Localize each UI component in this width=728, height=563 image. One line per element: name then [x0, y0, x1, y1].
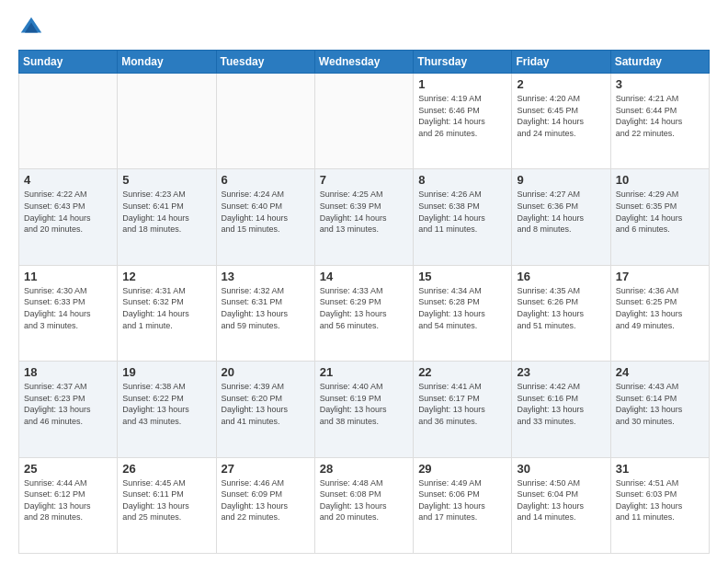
calendar-cell: 18Sunrise: 4:37 AM Sunset: 6:23 PM Dayli…: [19, 362, 118, 457]
calendar-cell: 15Sunrise: 4:34 AM Sunset: 6:28 PM Dayli…: [414, 265, 512, 361]
calendar-cell: 7Sunrise: 4:25 AM Sunset: 6:39 PM Daylig…: [314, 169, 413, 265]
day-info: Sunrise: 4:20 AM Sunset: 6:45 PM Dayligh…: [517, 93, 605, 139]
day-info: Sunrise: 4:51 AM Sunset: 6:03 PM Dayligh…: [616, 477, 704, 523]
day-number: 26: [122, 462, 210, 476]
day-info: Sunrise: 4:32 AM Sunset: 6:31 PM Dayligh…: [222, 285, 310, 331]
day-number: 3: [616, 77, 704, 91]
calendar-cell: 14Sunrise: 4:33 AM Sunset: 6:29 PM Dayli…: [314, 265, 413, 361]
calendar-cell: 2Sunrise: 4:20 AM Sunset: 6:45 PM Daylig…: [512, 74, 610, 169]
day-number: 23: [517, 365, 605, 379]
day-info: Sunrise: 4:48 AM Sunset: 6:08 PM Dayligh…: [320, 477, 408, 523]
day-number: 28: [320, 462, 408, 476]
day-number: 11: [24, 270, 112, 283]
day-number: 1: [418, 77, 506, 91]
day-info: Sunrise: 4:49 AM Sunset: 6:06 PM Dayligh…: [418, 477, 506, 523]
day-info: Sunrise: 4:38 AM Sunset: 6:22 PM Dayligh…: [122, 381, 210, 427]
calendar-cell: 1Sunrise: 4:19 AM Sunset: 6:46 PM Daylig…: [414, 74, 512, 169]
day-info: Sunrise: 4:31 AM Sunset: 6:32 PM Dayligh…: [122, 285, 210, 331]
calendar-cell: 29Sunrise: 4:49 AM Sunset: 6:06 PM Dayli…: [414, 457, 512, 553]
day-info: Sunrise: 4:22 AM Sunset: 6:43 PM Dayligh…: [24, 189, 112, 235]
calendar-cell: 28Sunrise: 4:48 AM Sunset: 6:08 PM Dayli…: [314, 457, 413, 553]
calendar-cell: 8Sunrise: 4:26 AM Sunset: 6:38 PM Daylig…: [414, 169, 512, 265]
calendar-cell: [216, 74, 314, 169]
calendar-cell: 10Sunrise: 4:29 AM Sunset: 6:35 PM Dayli…: [610, 169, 709, 265]
day-number: 5: [122, 173, 210, 187]
calendar-cell: 17Sunrise: 4:36 AM Sunset: 6:25 PM Dayli…: [610, 265, 709, 361]
logo-icon: [18, 15, 44, 40]
day-info: Sunrise: 4:30 AM Sunset: 6:33 PM Dayligh…: [24, 285, 112, 331]
calendar-cell: [314, 74, 413, 169]
calendar-cell: 11Sunrise: 4:30 AM Sunset: 6:33 PM Dayli…: [19, 265, 118, 361]
calendar-cell: 24Sunrise: 4:43 AM Sunset: 6:14 PM Dayli…: [610, 362, 709, 457]
calendar-cell: 4Sunrise: 4:22 AM Sunset: 6:43 PM Daylig…: [19, 169, 118, 265]
weekday-header-friday: Friday: [512, 51, 610, 74]
day-number: 20: [222, 365, 310, 379]
weekday-header-thursday: Thursday: [414, 51, 512, 74]
weekday-header-monday: Monday: [118, 51, 216, 74]
logo: [18, 15, 48, 40]
day-info: Sunrise: 4:23 AM Sunset: 6:41 PM Dayligh…: [122, 189, 210, 235]
day-info: Sunrise: 4:34 AM Sunset: 6:28 PM Dayligh…: [418, 285, 506, 331]
day-number: 2: [517, 77, 605, 91]
day-number: 12: [122, 270, 210, 283]
day-info: Sunrise: 4:42 AM Sunset: 6:16 PM Dayligh…: [517, 381, 605, 427]
day-number: 16: [517, 270, 605, 283]
calendar-cell: 3Sunrise: 4:21 AM Sunset: 6:44 PM Daylig…: [610, 74, 709, 169]
day-info: Sunrise: 4:27 AM Sunset: 6:36 PM Dayligh…: [517, 189, 605, 235]
day-number: 24: [616, 365, 704, 379]
calendar-cell: 12Sunrise: 4:31 AM Sunset: 6:32 PM Dayli…: [118, 265, 216, 361]
calendar-cell: 19Sunrise: 4:38 AM Sunset: 6:22 PM Dayli…: [118, 362, 216, 457]
day-number: 27: [222, 462, 310, 476]
day-info: Sunrise: 4:43 AM Sunset: 6:14 PM Dayligh…: [616, 381, 704, 427]
calendar-cell: [118, 74, 216, 169]
day-info: Sunrise: 4:50 AM Sunset: 6:04 PM Dayligh…: [517, 477, 605, 523]
day-number: 31: [616, 462, 704, 476]
weekday-header-sunday: Sunday: [19, 51, 118, 74]
calendar-cell: 5Sunrise: 4:23 AM Sunset: 6:41 PM Daylig…: [118, 169, 216, 265]
day-info: Sunrise: 4:39 AM Sunset: 6:20 PM Dayligh…: [222, 381, 310, 427]
day-number: 29: [418, 462, 506, 476]
day-number: 25: [24, 462, 112, 476]
day-number: 15: [418, 270, 506, 283]
day-number: 13: [222, 270, 310, 283]
calendar-cell: 6Sunrise: 4:24 AM Sunset: 6:40 PM Daylig…: [216, 169, 314, 265]
day-info: Sunrise: 4:40 AM Sunset: 6:19 PM Dayligh…: [320, 381, 408, 427]
calendar-cell: 9Sunrise: 4:27 AM Sunset: 6:36 PM Daylig…: [512, 169, 610, 265]
day-info: Sunrise: 4:25 AM Sunset: 6:39 PM Dayligh…: [320, 189, 408, 235]
weekday-header-tuesday: Tuesday: [216, 51, 314, 74]
day-info: Sunrise: 4:46 AM Sunset: 6:09 PM Dayligh…: [222, 477, 310, 523]
day-number: 19: [122, 365, 210, 379]
calendar-table: SundayMondayTuesdayWednesdayThursdayFrid…: [18, 50, 710, 554]
calendar-cell: [19, 74, 118, 169]
day-info: Sunrise: 4:26 AM Sunset: 6:38 PM Dayligh…: [418, 189, 506, 235]
day-info: Sunrise: 4:41 AM Sunset: 6:17 PM Dayligh…: [418, 381, 506, 427]
day-info: Sunrise: 4:36 AM Sunset: 6:25 PM Dayligh…: [616, 285, 704, 331]
day-info: Sunrise: 4:21 AM Sunset: 6:44 PM Dayligh…: [616, 93, 704, 139]
day-number: 18: [24, 365, 112, 379]
calendar-cell: 21Sunrise: 4:40 AM Sunset: 6:19 PM Dayli…: [314, 362, 413, 457]
weekday-header-wednesday: Wednesday: [314, 51, 413, 74]
day-number: 17: [616, 270, 704, 283]
day-number: 9: [517, 173, 605, 187]
page: SundayMondayTuesdayWednesdayThursdayFrid…: [0, 0, 728, 563]
calendar-cell: 31Sunrise: 4:51 AM Sunset: 6:03 PM Dayli…: [610, 457, 709, 553]
day-info: Sunrise: 4:37 AM Sunset: 6:23 PM Dayligh…: [24, 381, 112, 427]
calendar-cell: 16Sunrise: 4:35 AM Sunset: 6:26 PM Dayli…: [512, 265, 610, 361]
day-info: Sunrise: 4:44 AM Sunset: 6:12 PM Dayligh…: [24, 477, 112, 523]
calendar-cell: 27Sunrise: 4:46 AM Sunset: 6:09 PM Dayli…: [216, 457, 314, 553]
day-number: 6: [222, 173, 310, 187]
calendar-cell: 22Sunrise: 4:41 AM Sunset: 6:17 PM Dayli…: [414, 362, 512, 457]
calendar-cell: 20Sunrise: 4:39 AM Sunset: 6:20 PM Dayli…: [216, 362, 314, 457]
day-number: 22: [418, 365, 506, 379]
day-number: 8: [418, 173, 506, 187]
day-number: 30: [517, 462, 605, 476]
day-number: 7: [320, 173, 408, 187]
day-info: Sunrise: 4:19 AM Sunset: 6:46 PM Dayligh…: [418, 93, 506, 139]
day-number: 10: [616, 173, 704, 187]
calendar-cell: 13Sunrise: 4:32 AM Sunset: 6:31 PM Dayli…: [216, 265, 314, 361]
weekday-header-saturday: Saturday: [610, 51, 709, 74]
day-number: 4: [24, 173, 112, 187]
calendar-cell: 26Sunrise: 4:45 AM Sunset: 6:11 PM Dayli…: [118, 457, 216, 553]
header: [18, 15, 710, 40]
day-number: 14: [320, 270, 408, 283]
